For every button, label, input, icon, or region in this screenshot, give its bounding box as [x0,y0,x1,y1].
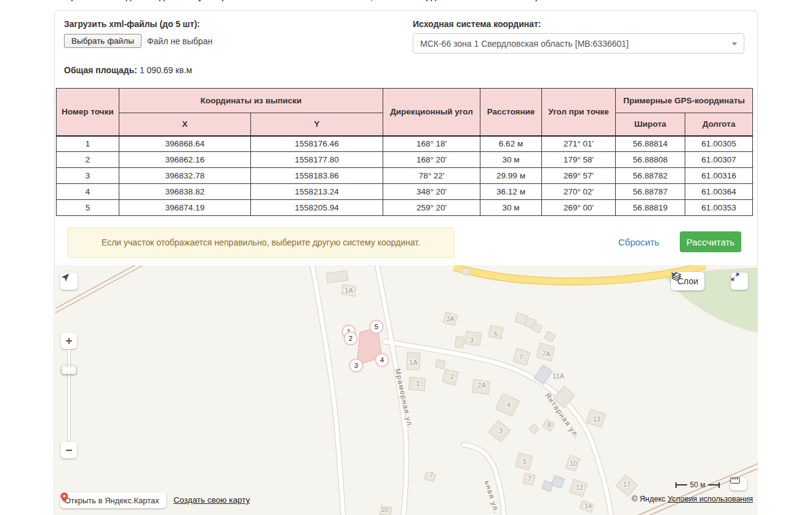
total-area-value: 1 090.69 кв.м [140,65,192,75]
parcel-marker[interactable]: 3 [350,359,363,372]
cell-angle: 269° 57' [542,168,616,184]
map-attribution: © Яндекс Условия использования [632,495,753,503]
col-header-angle: Угол при точке [542,89,616,136]
cell-lat: 56.88782 [616,168,685,184]
building-label: 5 [523,458,527,465]
cell-lat: 56.88808 [616,152,685,168]
building-label: 14 [584,502,592,509]
cell-dist: 29.99 м [480,168,542,184]
table-row: 2396862.161558177.80168° 20'30 м179° 58'… [57,152,753,168]
choose-files-button[interactable]: Выбрать файлы [64,34,141,48]
building-label: 3 [499,427,503,434]
cell-y: 1558177.80 [251,152,383,168]
col-header-dist: Расстояние [480,89,542,136]
col-header-lon: Долгота [685,113,753,136]
cell-lon: 61.00364 [685,184,753,200]
cell-x: 396868.64 [119,136,251,152]
building-label: 1А [409,359,418,366]
col-header-point: Номер точки [57,89,119,136]
map-building [542,481,554,492]
map-building [551,476,564,489]
map-building [529,424,539,434]
building-label: 11А [553,372,565,380]
yandex-map[interactable]: 1А3А5377А1А11А212А438135107121417710 Мра… [55,265,758,515]
cell-n: 5 [57,200,119,216]
building-label: 8 [547,421,551,428]
col-header-coords-group: Координаты из выписки [119,89,383,113]
cell-y: 1558176.46 [251,136,383,152]
expand-icon [731,273,739,281]
terms-link[interactable]: Условия использования [667,495,753,503]
scale-bar: 50 м [675,481,720,489]
zoom-out-button[interactable]: − [61,442,77,458]
crs-select[interactable]: МСК-66 зона 1 Свердловская область [МВ:6… [413,33,744,54]
crs-label: Исходная система координат: [413,19,541,29]
cell-dir: 348° 20' [383,184,480,200]
cell-dir: 168° 18' [383,136,480,152]
svg-text:5: 5 [375,323,378,330]
cell-y: 1558213.24 [251,184,383,200]
col-header-y: Y [251,113,383,136]
cell-x: 396832.78 [119,168,251,184]
building-label: 3А [446,315,455,322]
col-header-dir: Дирекционный угол [383,89,480,136]
upload-label: Загрузить xml-файлы (до 5 шт): [64,19,200,29]
zoom-slider-track[interactable] [67,349,71,442]
layers-button[interactable]: Слои [671,272,704,290]
parcel-marker[interactable]: 4 [376,354,389,367]
cell-dist: 30 м [480,152,542,168]
col-header-x: X [119,113,251,136]
svg-text:2: 2 [349,335,352,342]
col-header-gps-group: Примерные GPS-координаты [616,89,753,113]
building-label: 7А [542,350,551,357]
main-panel: Загрузить xml-файлы (до 5 шт): Выбрать ф… [54,10,758,515]
table-row: 1396868.641558176.46168° 18'6.62 м271° 0… [57,136,753,152]
railway-line [642,468,758,515]
total-area-label: Общая площадь: [64,65,137,75]
scale-line [708,484,718,485]
cell-dist: 6.62 м [480,136,542,152]
map-pin-icon [60,492,68,503]
parcel-marker[interactable]: 2 [344,332,357,345]
svg-text:4: 4 [380,356,384,364]
building-label: 3 [470,337,474,344]
building-label: 12 [576,484,583,491]
zoom-in-button[interactable]: + [61,333,77,349]
file-input: Выбрать файлы Файл не выбран [64,34,212,48]
open-in-yandex-label: Открыть в Яндекс.Картах [65,496,159,505]
create-map-link[interactable]: Создать свою карту [173,495,250,505]
geolocation-button[interactable] [60,273,78,290]
table-row: 4396838.821558213.24348° 20'36.12 м270° … [57,184,753,200]
building-label: 7 [528,475,531,482]
cell-lon: 61.00307 [685,152,753,168]
cell-dir: 78° 22' [383,168,480,184]
file-status-text: Файл не выбран [147,36,213,46]
reset-link[interactable]: Сбросить [618,237,659,247]
cell-lon: 61.00305 [685,136,753,152]
copyright-text: © Яндекс [632,495,666,503]
open-in-yandex-button[interactable]: Открыть в Яндекс.Картах [60,492,166,508]
crs-selected-value: МСК-66 зона 1 Свердловская область [МВ:6… [420,39,629,49]
zoom-slider-handle[interactable] [61,365,77,375]
cell-y: 1558205.94 [251,200,383,216]
building-label: 10 [570,460,577,467]
cell-x: 396838.82 [119,184,251,200]
cell-n: 4 [57,184,119,200]
building-label: 10 [381,506,388,513]
map-building [544,331,555,342]
parcel-marker[interactable]: 5 [370,321,383,333]
cell-dist: 30 м [480,200,542,216]
cell-angle: 271° 01' [542,136,616,152]
scale-label: 50 м [690,481,706,489]
svg-text:3: 3 [354,362,358,369]
fullscreen-button[interactable] [731,273,748,290]
building-label: 1 [416,380,420,387]
cell-angle: 179° 58' [542,152,616,168]
navigation-arrow-icon [60,273,70,282]
coordinates-table: Номер точки Координаты из выписки Дирекц… [56,88,753,216]
cell-lon: 61.00353 [685,200,753,216]
calculate-button[interactable]: Рассчитать [680,231,741,252]
chevron-down-icon [732,42,737,46]
map-building [515,313,527,325]
ruler-button[interactable] [730,477,747,490]
